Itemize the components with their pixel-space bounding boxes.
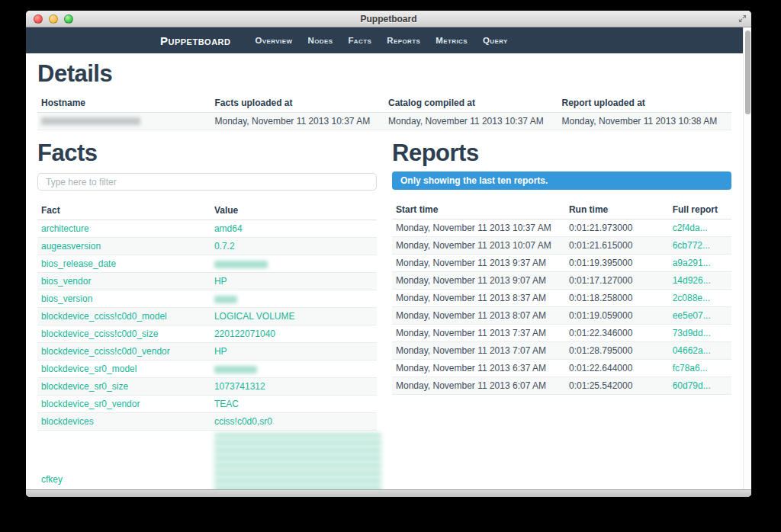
navbar-item[interactable]: Query — [475, 36, 516, 45]
report-start-time: Monday, November 11 2013 6:07 AM — [392, 377, 565, 395]
facts-column-header: Value — [211, 201, 377, 220]
fact-name-link[interactable]: blockdevice_cciss!c0d0_vendor — [41, 346, 170, 357]
reports-heading: Reports — [392, 141, 731, 166]
redacted-fact-value-block — [214, 434, 381, 489]
redacted-fact-value — [214, 296, 237, 303]
navbar-item[interactable]: Overview — [248, 36, 301, 45]
table-row: Monday, November 11 2013 7:07 AM 0:01:28… — [392, 342, 731, 360]
zoom-button[interactable] — [64, 14, 73, 24]
facts-uploaded-cell: Monday, November 11 2013 10:37 AM — [211, 112, 385, 130]
fact-value: cciss!c0d0,sr0 — [214, 416, 272, 427]
table-row: blockdevice_sr0_size 1073741312 — [37, 378, 377, 396]
table-row: Monday, November 11 2013 9:07 AM 0:01:17… — [392, 272, 731, 290]
report-run-time: 0:01:19.059000 — [565, 307, 669, 325]
window-controls — [34, 14, 73, 24]
fact-name-link[interactable]: architecture — [41, 223, 89, 234]
fact-name-link[interactable]: blockdevice_sr0_size — [41, 381, 128, 392]
fact-name-link[interactable]: blockdevice_sr0_vendor — [41, 399, 140, 409]
navbar-item[interactable]: Metrics — [428, 36, 475, 45]
table-row: blockdevice_cciss!c0d0_vendor HP — [37, 343, 377, 361]
fact-name-link[interactable]: blockdevice_cciss!c0d0_model — [41, 311, 167, 322]
scrollbar-track[interactable] — [743, 27, 751, 489]
fact-value: TEAC — [214, 399, 239, 409]
fact-name-link[interactable]: blockdevices — [41, 416, 94, 427]
redacted-fact-value — [214, 261, 268, 268]
table-row: Monday, November 11 2013 10:37 AM Monday… — [37, 112, 731, 130]
table-row: bios_version — [37, 290, 377, 308]
table-row: Monday, November 11 2013 6:37 AM 0:01:22… — [392, 360, 731, 377]
report-start-time: Monday, November 11 2013 7:37 AM — [392, 325, 565, 342]
fact-name-link[interactable]: bios_release_date — [41, 258, 116, 269]
table-row: Monday, November 11 2013 7:37 AM 0:01:22… — [392, 325, 731, 342]
full-report-link[interactable]: c2f4da... — [673, 223, 708, 233]
report-run-time: 0:01:22.346000 — [565, 325, 669, 342]
facts-filter-input[interactable] — [37, 173, 377, 191]
fact-name-link[interactable]: bios_version — [41, 293, 92, 304]
table-row: blockdevices cciss!c0d0,sr0 — [37, 413, 377, 431]
reports-alert: Only showing the last ten reports. — [392, 171, 731, 190]
full-report-link[interactable]: a9a291... — [673, 258, 711, 268]
fact-value: amd64 — [214, 223, 243, 234]
details-table: HostnameFacts uploaded atCatalog compile… — [37, 94, 731, 130]
details-column-header: Report uploaded at — [558, 94, 732, 113]
table-row: blockdevice_sr0_model — [37, 361, 377, 378]
close-button[interactable] — [34, 14, 43, 24]
full-report-link[interactable]: 60d79d... — [673, 380, 711, 391]
navbar-item[interactable]: Nodes — [300, 36, 340, 45]
main-navbar: Puppetboard Overview Nodes Facts Reports… — [26, 27, 751, 53]
minimize-button[interactable] — [49, 14, 58, 24]
fact-name-link[interactable]: blockdevice_sr0_model — [41, 364, 137, 374]
hostname-cell — [37, 112, 211, 130]
navbar-menu: Overview Nodes Facts Reports Metrics Que… — [248, 36, 516, 45]
report-run-time: 0:01:19.395000 — [565, 255, 669, 272]
full-report-link[interactable]: 73d9dd... — [673, 328, 711, 338]
full-report-link[interactable]: 6cb772... — [673, 240, 710, 251]
report-start-time: Monday, November 11 2013 7:07 AM — [392, 342, 565, 360]
table-row: Monday, November 11 2013 6:07 AM 0:01:25… — [392, 377, 731, 395]
table-row: blockdevice_cciss!c0d0_size 220122071040 — [37, 325, 377, 343]
fact-name-link[interactable]: bios_vendor — [41, 276, 91, 287]
fact-value: 220122071040 — [214, 328, 275, 339]
facts-section: Facts FactValue a — [37, 141, 377, 489]
redacted-fact-value — [214, 366, 257, 373]
report-uploaded-cell: Monday, November 11 2013 10:38 AM — [558, 112, 732, 130]
details-column-header: Catalog compiled at — [384, 94, 558, 113]
fullscreen-icon[interactable] — [738, 14, 747, 23]
full-report-link[interactable]: fc78a6... — [673, 363, 708, 373]
window-title: Puppetboard — [361, 14, 417, 24]
report-run-time: 0:01:28.795000 — [565, 342, 669, 360]
full-report-link[interactable]: ee5e07... — [673, 310, 711, 321]
report-start-time: Monday, November 11 2013 8:37 AM — [392, 290, 565, 307]
table-row: augeasversion 0.7.2 — [37, 238, 377, 255]
full-report-link[interactable]: 04662a... — [673, 345, 711, 356]
report-start-time: Monday, November 11 2013 9:07 AM — [392, 272, 565, 290]
fact-name-link[interactable]: blockdevice_cciss!c0d0_size — [41, 328, 158, 339]
fact-name-link[interactable]: augeasversion — [41, 241, 101, 252]
report-start-time: Monday, November 11 2013 10:37 AM — [392, 220, 565, 237]
fact-name-link[interactable]: cfkey — [41, 474, 63, 485]
navbar-item[interactable]: Reports — [379, 36, 428, 45]
report-run-time: 0:01:17.127000 — [565, 272, 669, 290]
fact-value: LOGICAL VOLUME — [214, 311, 295, 322]
report-start-time: Monday, November 11 2013 8:07 AM — [392, 307, 565, 325]
reports-table: Start timeRun timeFull report Monday, No… — [392, 200, 731, 395]
facts-table: FactValue architecture amd64 — [37, 201, 377, 489]
reports-column-header: Start time — [392, 200, 565, 220]
reports-column-header: Full report — [669, 200, 731, 220]
full-report-link[interactable]: 14d926... — [673, 275, 711, 286]
scrollbar-thumb[interactable] — [745, 30, 750, 114]
details-column-header: Hostname — [37, 94, 211, 113]
fact-value: 0.7.2 — [214, 241, 235, 252]
full-report-link[interactable]: 2c088e... — [673, 293, 710, 303]
window-bottom-edge[interactable] — [26, 489, 751, 497]
reports-section: Reports Only showing the last ten report… — [392, 141, 731, 489]
redacted-hostname — [41, 117, 140, 125]
navbar-brand[interactable]: Puppetboard — [160, 34, 231, 47]
navbar-item[interactable]: Facts — [340, 36, 379, 45]
window-titlebar[interactable]: Puppetboard — [26, 11, 751, 27]
table-row: blockdevice_sr0_vendor TEAC — [37, 396, 377, 413]
table-row: Monday, November 11 2013 10:07 AM 0:01:2… — [392, 237, 731, 255]
catalog-compiled-cell: Monday, November 11 2013 10:37 AM — [384, 112, 558, 130]
report-start-time: Monday, November 11 2013 10:07 AM — [392, 237, 565, 255]
report-start-time: Monday, November 11 2013 9:37 AM — [392, 255, 565, 272]
